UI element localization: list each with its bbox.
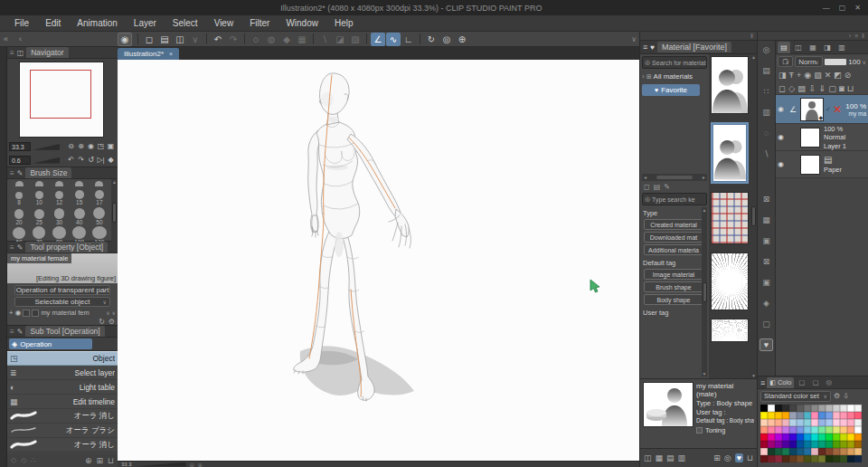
layer-thumbnail[interactable] [800,128,820,148]
menu-item-animation[interactable]: Animation [70,16,124,30]
tab-layer-search-icon[interactable]: ◨ [821,42,834,53]
transfer-to-lower-icon[interactable]: ⇩ [808,83,816,93]
color-swatch[interactable] [818,441,826,448]
color-swatch[interactable] [797,405,804,412]
add-icon[interactable]: + [9,309,13,317]
import-icon[interactable]: ⇩ [843,392,849,400]
grid-folder-icon[interactable]: ▦ [760,214,773,226]
manga-material-icon[interactable]: ▥ [760,106,773,119]
color-swatch[interactable] [811,426,818,434]
toning-checkbox[interactable] [696,427,703,434]
snap-ruler-icon[interactable]: ∠ [371,33,385,46]
opacity-slider[interactable] [825,59,847,65]
color-swatch[interactable] [797,412,804,419]
color-swatch[interactable] [811,412,818,419]
favorite-material-icon[interactable]: ♥ [735,453,743,462]
panel-menu-icon[interactable]: ≡ [10,49,14,57]
rotate-right-icon[interactable]: ↷ [76,156,86,164]
eye-icon[interactable]: ◉ [14,309,21,317]
delete-layer-icon[interactable]: ⊔ [847,83,854,93]
wrench-icon[interactable]: ⚙ [834,392,840,400]
color-swatch[interactable] [768,405,775,412]
color-swatch[interactable] [760,448,768,455]
enable-mask-icon[interactable]: ✕ [825,71,832,80]
menu-item-view[interactable]: View [207,16,241,30]
color-swatch[interactable] [789,448,797,455]
reset-rotation-icon[interactable]: ↺ [86,156,96,164]
redo-icon[interactable]: ↷ [226,33,241,46]
color-swatch[interactable] [782,441,789,448]
color-swatch[interactable] [833,405,840,412]
frame-tool-icon[interactable]: ▨ [348,33,363,46]
color-swatch[interactable] [854,426,862,434]
reset-display-icon[interactable]: ◆ [106,156,116,164]
canvas[interactable] [118,60,639,461]
collapse-dock-icon[interactable]: « [4,34,8,43]
tree-item-favorite[interactable]: ♥ Favorite [642,84,700,96]
tag-search-input[interactable]: ◎ Type search ke [642,193,707,205]
sub-tool-tab[interactable]: Sub Tool [Operation] [25,326,104,337]
color-swatch[interactable] [782,426,789,434]
open-folder-icon[interactable]: ▤ [654,183,661,191]
color-swatch[interactable] [804,412,811,419]
sub-tool-select-layer-tool-icon[interactable]: ≣Select layer [7,366,118,380]
expander-icon[interactable]: › [642,72,645,81]
color-swatch[interactable] [789,405,797,412]
color-swatch[interactable] [840,455,847,462]
snap-grid-icon[interactable]: ∟ [401,33,416,46]
color-swatch[interactable] [804,419,811,426]
color-swatch[interactable] [833,448,840,455]
color-swatch[interactable] [833,426,840,434]
ruler-range-icon[interactable]: ⊘ [844,71,852,80]
color-swatch[interactable] [760,434,768,441]
navigator-rotation-value[interactable]: 0.6 [9,156,31,165]
sub-tool-edit-timeline-tool-icon[interactable]: ▦Edit timeline [7,395,118,409]
brush-size-tab[interactable]: Brush Size [25,167,71,178]
thumbnail-view-icon[interactable]: ▦ [656,453,664,462]
canvas-tab[interactable]: Illustration2* × [118,48,179,60]
color-swatch[interactable] [818,434,826,441]
menu-item-filter[interactable]: Filter [242,16,277,30]
chevron-down-icon[interactable]: ∨ [863,59,866,65]
color-swatch[interactable] [811,441,818,448]
color-swatch[interactable] [854,448,862,455]
material-thumb-body-male[interactable] [711,56,749,114]
lock-transparent-pixels-icon[interactable]: ▨ [814,71,822,80]
color-swatch[interactable] [847,419,854,426]
color-swatch[interactable] [775,426,782,434]
color-swatch[interactable] [854,434,862,441]
color-swatch[interactable] [797,426,804,434]
material-search-input[interactable]: ◎ Search for materials [642,56,707,69]
tag-button-additional-materia[interactable]: Additional materia [644,244,702,255]
menu-item-window[interactable]: Window [278,16,326,30]
create-mask-icon[interactable]: ▢ [828,83,836,93]
brush-size-8[interactable]: 8 [9,186,29,206]
navigator-rotation-slider[interactable] [33,157,60,164]
new-folder-icon[interactable]: ⊞ [713,453,721,462]
tag-scrollbar[interactable]: ▲▼ [702,207,707,376]
color-history-tab[interactable]: ◎ [824,377,835,388]
color-swatch[interactable] [775,419,782,426]
color-swatch[interactable] [811,448,818,455]
navigator-zoom-slider[interactable] [33,143,60,150]
color-swatch[interactable] [768,455,775,462]
brush-size-20[interactable]: 20 [9,206,29,226]
zoom-in-tool-icon[interactable]: ⊕ [455,33,469,46]
layer-row-3d-material[interactable]: ◉ ∠ ◆ ✓ ✕ 100 % my ma [776,95,868,124]
add-sub-tool-icon[interactable]: ⊕ [85,456,92,465]
color-swatch[interactable] [789,419,797,426]
close-tab-icon[interactable]: × [169,51,173,57]
monochrome-material-icon[interactable]: ◎ [760,43,773,56]
color-set-tab[interactable]: ◧ Colo [767,377,794,388]
color-swatch[interactable] [833,441,840,448]
color-swatch[interactable] [782,412,789,419]
color-swatch[interactable] [804,434,811,441]
panel-menu-icon[interactable]: ≡ [760,378,765,387]
selectable-object-dropdown[interactable]: Selectable object∨ [14,297,110,307]
save-file-icon[interactable]: ◫ [173,33,187,46]
menu-item-select[interactable]: Select [165,16,205,30]
tag-button-image-material[interactable]: Image material [644,269,702,280]
fill-selection-icon[interactable]: ◆ [279,33,294,46]
color-swatch[interactable] [840,412,847,419]
tree-item-all-materials[interactable]: › ⊞ All materials [642,71,707,82]
